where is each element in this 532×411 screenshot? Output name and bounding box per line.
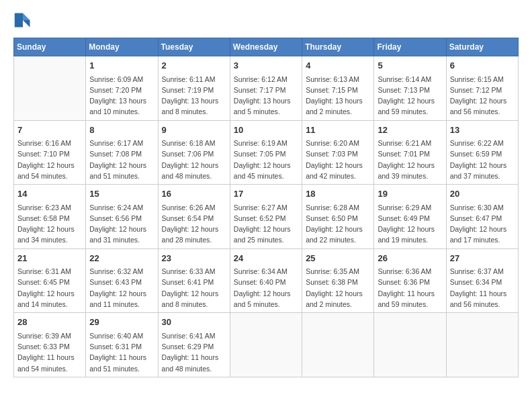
day-info: Sunrise: 6:21 AMSunset: 7:01 PMDaylight:… bbox=[378, 138, 442, 181]
day-number: 16 bbox=[162, 187, 226, 201]
calendar-header: SundayMondayTuesdayWednesdayThursdayFrid… bbox=[14, 38, 519, 56]
logo bbox=[13, 11, 35, 30]
day-info: Sunrise: 6:33 AMSunset: 6:41 PMDaylight:… bbox=[162, 266, 226, 310]
calendar-cell: 24Sunrise: 6:34 AMSunset: 6:40 PMDayligh… bbox=[230, 248, 302, 313]
day-info: Sunrise: 6:16 AMSunset: 7:10 PMDaylight:… bbox=[17, 138, 82, 181]
day-info: Sunrise: 6:09 AMSunset: 7:20 PMDaylight:… bbox=[89, 74, 154, 118]
day-info: Sunrise: 6:41 AMSunset: 6:29 PMDaylight:… bbox=[162, 330, 226, 374]
calendar-cell: 29Sunrise: 6:40 AMSunset: 6:31 PMDayligh… bbox=[86, 313, 158, 377]
day-number: 24 bbox=[234, 252, 298, 265]
svg-rect-2 bbox=[15, 13, 23, 28]
week-row-2: 14Sunrise: 6:23 AMSunset: 6:58 PMDayligh… bbox=[14, 185, 519, 249]
calendar-cell: 17Sunrise: 6:27 AMSunset: 6:52 PMDayligh… bbox=[230, 185, 302, 249]
week-row-0: 1Sunrise: 6:09 AMSunset: 7:20 PMDaylight… bbox=[14, 56, 519, 121]
svg-marker-0 bbox=[23, 13, 30, 21]
day-number: 10 bbox=[234, 124, 298, 137]
calendar-cell: 16Sunrise: 6:26 AMSunset: 6:54 PMDayligh… bbox=[158, 185, 230, 249]
day-info: Sunrise: 6:18 AMSunset: 7:06 PMDaylight:… bbox=[162, 138, 226, 181]
header-day-monday: Monday bbox=[86, 38, 158, 56]
day-number: 12 bbox=[378, 124, 442, 137]
day-info: Sunrise: 6:14 AMSunset: 7:13 PMDaylight:… bbox=[378, 74, 442, 118]
calendar-cell: 18Sunrise: 6:28 AMSunset: 6:50 PMDayligh… bbox=[302, 185, 374, 249]
calendar-cell: 12Sunrise: 6:21 AMSunset: 7:01 PMDayligh… bbox=[374, 120, 446, 185]
calendar-cell: 11Sunrise: 6:20 AMSunset: 7:03 PMDayligh… bbox=[302, 120, 374, 185]
calendar-cell: 3Sunrise: 6:12 AMSunset: 7:17 PMDaylight… bbox=[230, 56, 302, 121]
calendar-cell bbox=[446, 313, 518, 377]
day-number: 14 bbox=[17, 187, 82, 201]
day-number: 28 bbox=[17, 316, 82, 329]
header-day-thursday: Thursday bbox=[302, 38, 374, 56]
day-info: Sunrise: 6:11 AMSunset: 7:19 PMDaylight:… bbox=[162, 74, 226, 118]
calendar-cell: 21Sunrise: 6:31 AMSunset: 6:45 PMDayligh… bbox=[14, 248, 86, 313]
day-info: Sunrise: 6:35 AMSunset: 6:38 PMDaylight:… bbox=[306, 266, 370, 310]
header-day-sunday: Sunday bbox=[14, 38, 86, 56]
calendar-cell: 4Sunrise: 6:13 AMSunset: 7:15 PMDaylight… bbox=[302, 56, 374, 121]
day-number: 3 bbox=[234, 59, 298, 73]
day-info: Sunrise: 6:30 AMSunset: 6:47 PMDaylight:… bbox=[450, 202, 515, 246]
header-day-friday: Friday bbox=[374, 38, 446, 56]
day-number: 21 bbox=[17, 252, 82, 265]
day-info: Sunrise: 6:34 AMSunset: 6:40 PMDaylight:… bbox=[234, 266, 298, 310]
day-info: Sunrise: 6:23 AMSunset: 6:58 PMDaylight:… bbox=[17, 202, 82, 246]
calendar-cell: 7Sunrise: 6:16 AMSunset: 7:10 PMDaylight… bbox=[14, 120, 86, 185]
day-number: 11 bbox=[306, 124, 370, 137]
day-info: Sunrise: 6:40 AMSunset: 6:31 PMDaylight:… bbox=[89, 330, 154, 374]
calendar-cell: 13Sunrise: 6:22 AMSunset: 6:59 PMDayligh… bbox=[446, 120, 518, 185]
calendar-cell: 6Sunrise: 6:15 AMSunset: 7:12 PMDaylight… bbox=[446, 56, 518, 121]
calendar-cell bbox=[374, 313, 446, 377]
calendar-cell bbox=[230, 313, 302, 377]
calendar-cell: 28Sunrise: 6:39 AMSunset: 6:33 PMDayligh… bbox=[14, 313, 86, 377]
week-row-1: 7Sunrise: 6:16 AMSunset: 7:10 PMDaylight… bbox=[14, 120, 519, 185]
calendar-cell: 22Sunrise: 6:32 AMSunset: 6:43 PMDayligh… bbox=[86, 248, 158, 313]
day-info: Sunrise: 6:19 AMSunset: 7:05 PMDaylight:… bbox=[234, 138, 298, 181]
day-info: Sunrise: 6:32 AMSunset: 6:43 PMDaylight:… bbox=[89, 266, 154, 310]
day-info: Sunrise: 6:28 AMSunset: 6:50 PMDaylight:… bbox=[306, 202, 370, 246]
day-info: Sunrise: 6:24 AMSunset: 6:56 PMDaylight:… bbox=[89, 202, 154, 246]
day-info: Sunrise: 6:26 AMSunset: 6:54 PMDaylight:… bbox=[162, 202, 226, 246]
page-header bbox=[13, 11, 519, 30]
day-number: 7 bbox=[17, 124, 82, 137]
day-number: 19 bbox=[378, 187, 442, 201]
day-info: Sunrise: 6:27 AMSunset: 6:52 PMDaylight:… bbox=[234, 202, 298, 246]
header-day-tuesday: Tuesday bbox=[158, 38, 230, 56]
day-number: 13 bbox=[450, 124, 515, 137]
day-info: Sunrise: 6:31 AMSunset: 6:45 PMDaylight:… bbox=[17, 266, 82, 310]
day-number: 15 bbox=[89, 187, 154, 201]
day-info: Sunrise: 6:39 AMSunset: 6:33 PMDaylight:… bbox=[17, 330, 82, 374]
day-number: 26 bbox=[378, 252, 442, 265]
day-info: Sunrise: 6:20 AMSunset: 7:03 PMDaylight:… bbox=[306, 138, 370, 181]
day-number: 1 bbox=[89, 59, 154, 73]
day-number: 4 bbox=[306, 59, 370, 73]
header-row: SundayMondayTuesdayWednesdayThursdayFrid… bbox=[14, 38, 519, 56]
calendar-cell: 26Sunrise: 6:36 AMSunset: 6:36 PMDayligh… bbox=[374, 248, 446, 313]
calendar-table: SundayMondayTuesdayWednesdayThursdayFrid… bbox=[13, 38, 519, 377]
header-day-saturday: Saturday bbox=[446, 38, 518, 56]
calendar-cell bbox=[14, 56, 86, 121]
day-info: Sunrise: 6:37 AMSunset: 6:34 PMDaylight:… bbox=[450, 266, 515, 310]
calendar-cell: 20Sunrise: 6:30 AMSunset: 6:47 PMDayligh… bbox=[446, 185, 518, 249]
calendar-cell: 10Sunrise: 6:19 AMSunset: 7:05 PMDayligh… bbox=[230, 120, 302, 185]
day-number: 9 bbox=[162, 124, 226, 137]
svg-marker-1 bbox=[23, 20, 30, 28]
week-row-3: 21Sunrise: 6:31 AMSunset: 6:45 PMDayligh… bbox=[14, 248, 519, 313]
calendar-cell: 9Sunrise: 6:18 AMSunset: 7:06 PMDaylight… bbox=[158, 120, 230, 185]
calendar-cell: 5Sunrise: 6:14 AMSunset: 7:13 PMDaylight… bbox=[374, 56, 446, 121]
day-number: 6 bbox=[450, 59, 515, 73]
calendar-cell: 8Sunrise: 6:17 AMSunset: 7:08 PMDaylight… bbox=[86, 120, 158, 185]
week-row-4: 28Sunrise: 6:39 AMSunset: 6:33 PMDayligh… bbox=[14, 313, 519, 377]
day-number: 25 bbox=[306, 252, 370, 265]
day-number: 8 bbox=[89, 124, 154, 137]
calendar-cell: 15Sunrise: 6:24 AMSunset: 6:56 PMDayligh… bbox=[86, 185, 158, 249]
calendar-cell: 30Sunrise: 6:41 AMSunset: 6:29 PMDayligh… bbox=[158, 313, 230, 377]
day-number: 23 bbox=[162, 252, 226, 265]
day-number: 20 bbox=[450, 187, 515, 201]
day-info: Sunrise: 6:36 AMSunset: 6:36 PMDaylight:… bbox=[378, 266, 442, 310]
calendar-cell: 27Sunrise: 6:37 AMSunset: 6:34 PMDayligh… bbox=[446, 248, 518, 313]
day-number: 22 bbox=[89, 252, 154, 265]
day-number: 5 bbox=[378, 59, 442, 73]
day-number: 29 bbox=[89, 316, 154, 329]
day-info: Sunrise: 6:12 AMSunset: 7:17 PMDaylight:… bbox=[234, 74, 298, 118]
day-info: Sunrise: 6:22 AMSunset: 6:59 PMDaylight:… bbox=[450, 138, 515, 181]
day-info: Sunrise: 6:29 AMSunset: 6:49 PMDaylight:… bbox=[378, 202, 442, 246]
day-number: 2 bbox=[162, 59, 226, 73]
